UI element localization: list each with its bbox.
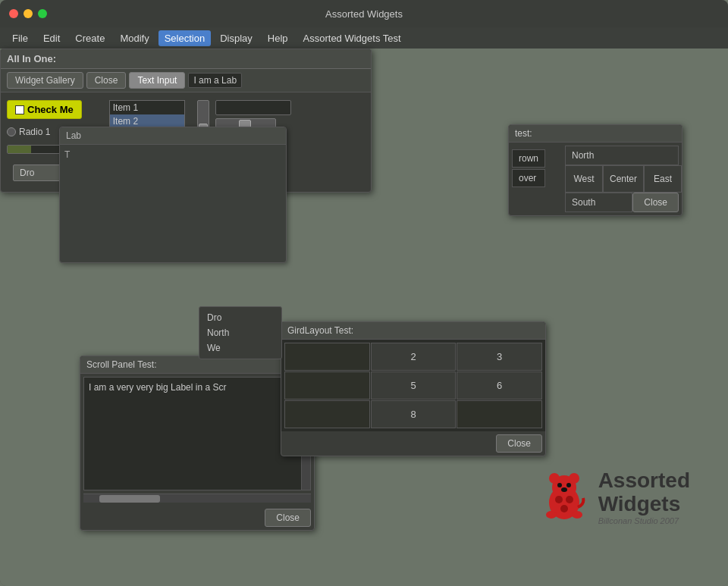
radio1-circle [7,127,16,136]
border-close-button[interactable]: Close [632,193,679,212]
close-window-button[interactable] [9,9,18,18]
grid-layout-panel: GirdLayout Test: 2 3 5 6 8 Close [281,321,546,456]
toolbar-row: Widget Gallery Close Text Input I am a L… [1,69,371,92]
grid-cell-blank2[interactable] [284,400,370,428]
title-bar: Assorted Widgets [0,0,728,27]
menu-display[interactable]: Display [214,30,259,46]
checkbox-label: Check Me [27,104,74,115]
overlay-over: over [512,169,545,187]
svg-point-11 [572,511,582,519]
grid-cell-blank3[interactable] [457,400,542,428]
main-area: Lab T All In One: Widget Gallery Close T… [0,49,728,586]
maximize-window-button[interactable] [38,9,47,18]
brand-logo-icon [538,471,591,524]
svg-point-3 [569,473,579,484]
label-widget: I am a Lab [188,73,242,88]
checkbox-box [15,105,24,114]
scroll-panel: Scroll Panel Test: I am a very very big … [80,356,315,531]
svg-point-5 [566,483,571,487]
grid-close-button[interactable]: Close [496,434,542,453]
scrollbar-thumb-scroll-h [99,495,160,503]
app-window: Assorted Widgets File Edit Create Modify… [0,0,728,586]
menu-edit[interactable]: Edit [37,30,66,46]
list-item[interactable]: Item 1 [110,101,184,114]
menu-assorted-test[interactable]: Assorted Widgets Test [297,30,407,46]
number-grid: 2 3 5 6 8 [281,340,545,431]
close-toolbar-button[interactable]: Close [86,72,127,89]
grid-cell-0[interactable] [284,343,370,371]
border-layout-title: test: [509,125,682,143]
window-title: Assorted Widgets [9,8,719,20]
grid-cell-2[interactable]: 2 [371,343,457,371]
grid-cell-5[interactable]: 5 [371,371,457,400]
combo-item-dro[interactable]: Dro [202,310,278,325]
border-layout-panel: test: rown over North West Center East [508,124,682,216]
svg-point-7 [555,496,563,503]
grid-close-row: Close [281,431,545,456]
radio1-label[interactable]: Radio 1 [7,127,50,137]
traffic-lights [9,9,47,18]
progress-fill-1 [8,146,31,153]
svg-point-6 [561,487,567,492]
brand-text-line1: Assorted [598,469,690,493]
scroll-content[interactable]: I am a very very big Label in a Scr [83,377,311,490]
brand-area: Assorted Widgets Billconan Studio 2007 [538,469,690,525]
minimize-window-button[interactable] [24,9,33,18]
combo-item-north[interactable]: North [202,325,278,340]
combo-panel: Dro North We [199,306,282,359]
scroll-text: I am a very very big Label in a Scr [84,378,310,397]
grid-cell-8[interactable]: 8 [371,400,457,428]
grid-layout-title: GirdLayout Test: [281,322,545,340]
south-cell[interactable]: South [565,193,632,212]
label-test-panel: Lab T [59,127,287,263]
menu-modify[interactable]: Modify [114,30,155,46]
all-in-one-title: All In One: [1,49,371,69]
overlay-rown: rown [512,149,545,168]
grid-cell-blank1[interactable] [284,371,370,400]
menu-help[interactable]: Help [262,30,294,46]
svg-point-4 [557,483,562,487]
menu-selection[interactable]: Selection [158,30,211,46]
svg-point-8 [566,496,573,503]
grid-cell-3[interactable]: 3 [457,343,542,371]
west-cell[interactable]: West [565,165,603,193]
east-cell[interactable]: East [644,165,682,193]
text-input-button[interactable]: Text Input [129,72,185,89]
brand-sub-text: Billconan Studio 2007 [598,516,690,525]
brand-text-line2: Widgets [598,493,690,516]
svg-point-2 [549,473,560,484]
svg-point-10 [546,511,557,519]
menu-file[interactable]: File [6,30,34,46]
scroll-panel-close-row: Close [80,506,314,530]
menu-create[interactable]: Create [69,30,111,46]
scroll-close-button[interactable]: Close [265,509,311,527]
grid-cell-6[interactable]: 6 [457,371,542,400]
north-cell[interactable]: North [565,146,679,165]
widget-gallery-button[interactable]: Widget Gallery [7,72,83,89]
checkbox-widget[interactable]: Check Me [7,100,82,119]
progress-bar-1 [7,145,67,154]
menu-bar: File Edit Create Modify Selection Displa… [0,27,728,49]
text-input-field[interactable] [215,100,291,115]
center-cell[interactable]: Center [603,165,644,193]
combo-item-we[interactable]: We [202,340,278,356]
label-test-title: Lab [60,127,286,145]
scroll-panel-scrollbar-h[interactable] [83,494,311,503]
svg-point-9 [560,505,568,512]
